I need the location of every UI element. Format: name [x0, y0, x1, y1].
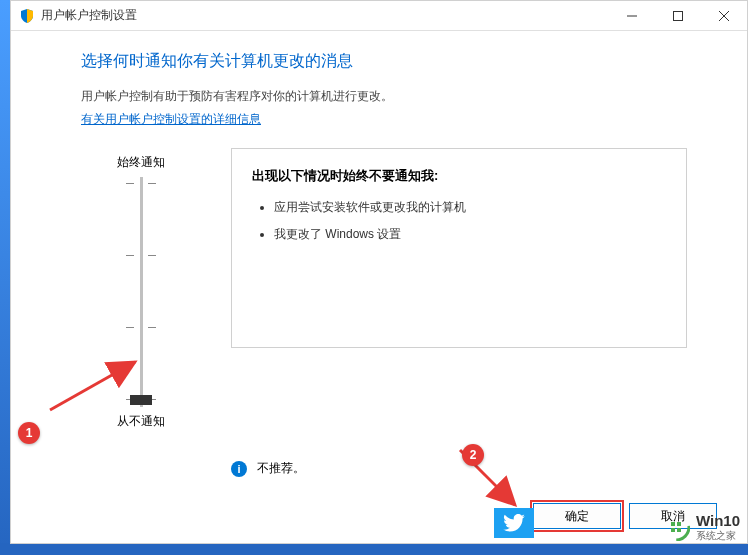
shield-icon	[19, 8, 35, 24]
notification-slider[interactable]	[101, 177, 181, 407]
page-subtext: 用户帐户控制有助于预防有害程序对你的计算机进行更改。	[81, 88, 687, 105]
close-button[interactable]	[701, 1, 747, 31]
warning-row: i 不推荐。	[231, 460, 687, 477]
window-controls	[609, 1, 747, 31]
slider-thumb[interactable]	[130, 395, 152, 405]
watermark: Win10 系统之家	[662, 513, 740, 541]
slider-label-top: 始终通知	[101, 154, 181, 171]
window-title: 用户帐户控制设置	[41, 7, 609, 24]
slider-tick	[126, 327, 156, 329]
list-item: 我更改了 Windows 设置	[274, 226, 666, 243]
desktop-edge-left	[0, 0, 10, 555]
main-area: 始终通知 从不通知 出现以下情况时始终不要通知我: 应用尝试安装软件或更改我的计…	[81, 148, 687, 430]
slider-column: 始终通知 从不通知	[81, 148, 201, 430]
info-icon: i	[231, 461, 247, 477]
svg-rect-10	[677, 528, 681, 532]
svg-rect-1	[674, 11, 683, 20]
taskbar-edge	[0, 543, 748, 555]
help-link[interactable]: 有关用户帐户控制设置的详细信息	[81, 112, 261, 126]
slider-label-bottom: 从不通知	[101, 413, 181, 430]
titlebar: 用户帐户控制设置	[11, 1, 747, 31]
page-heading: 选择何时通知你有关计算机更改的消息	[81, 51, 687, 72]
maximize-button[interactable]	[655, 1, 701, 31]
info-title: 出现以下情况时始终不要通知我:	[252, 167, 666, 185]
watermark-subtitle: 系统之家	[696, 530, 740, 541]
svg-rect-7	[671, 522, 675, 526]
slider-tick	[126, 255, 156, 257]
list-item: 应用尝试安装软件或更改我的计算机	[274, 199, 666, 216]
warning-text: 不推荐。	[257, 460, 305, 477]
slider-track	[140, 177, 143, 407]
minimize-button[interactable]	[609, 1, 655, 31]
ok-button[interactable]: 确定	[533, 503, 621, 529]
slider-tick	[126, 183, 156, 185]
svg-rect-9	[671, 528, 675, 532]
info-list: 应用尝试安装软件或更改我的计算机 我更改了 Windows 设置	[252, 199, 666, 243]
watermark-icon	[662, 513, 690, 541]
info-panel: 出现以下情况时始终不要通知我: 应用尝试安装软件或更改我的计算机 我更改了 Wi…	[231, 148, 687, 348]
content-area: 选择何时通知你有关计算机更改的消息 用户帐户控制有助于预防有害程序对你的计算机进…	[11, 31, 747, 477]
svg-point-6	[663, 514, 689, 540]
uac-settings-window: 用户帐户控制设置 选择何时通知你有关计算机更改的消息 用户帐户控制有助于预防有害…	[10, 0, 748, 544]
svg-rect-8	[677, 522, 681, 526]
twitter-icon	[494, 508, 534, 538]
watermark-title: Win10	[696, 513, 740, 530]
